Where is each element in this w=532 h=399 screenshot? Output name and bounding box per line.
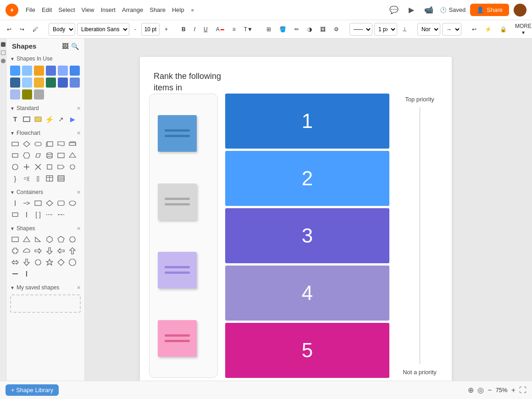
s-right-triangle[interactable] (33, 234, 43, 244)
nav-shapes-icon[interactable] (1, 42, 6, 47)
fc-doc-shape[interactable] (56, 139, 66, 149)
play-shape[interactable]: ▶ (67, 114, 78, 124)
color-dot-8[interactable] (34, 78, 44, 88)
fc-round-rect[interactable] (33, 139, 43, 149)
menu-edit[interactable]: Edit (42, 6, 52, 13)
video-icon[interactable]: 📹 (422, 4, 435, 17)
c-line[interactable] (10, 198, 20, 208)
color-dot-13[interactable] (22, 89, 32, 100)
standard-header[interactable]: ▼ Standard ✕ (6, 103, 84, 113)
fc-rect3[interactable] (56, 150, 66, 161)
arrow-shape[interactable]: ↗ (56, 114, 66, 124)
s-hexagon[interactable] (44, 234, 55, 244)
zoom-in-btn[interactable]: + (511, 386, 515, 394)
fc-parallelogram[interactable] (33, 150, 43, 161)
fc-tape[interactable] (67, 139, 78, 149)
color-dot-10[interactable] (58, 78, 68, 88)
fc-dbl-rect[interactable] (44, 139, 55, 149)
color-dot-4[interactable] (58, 66, 68, 76)
fc-chevron[interactable] (56, 162, 66, 172)
menu-select[interactable]: Select (58, 6, 75, 13)
my-saved-close[interactable]: ✕ (77, 285, 81, 291)
sticky-note-3[interactable] (158, 252, 197, 288)
sticky-note-1[interactable] (158, 115, 197, 152)
fc-diamond[interactable] (22, 139, 32, 149)
fc-square[interactable] (44, 162, 55, 172)
s-down-arrow2[interactable] (22, 257, 32, 267)
s-rect[interactable] (10, 234, 20, 244)
shapes-section-header[interactable]: ▼ Shapes ✕ (6, 223, 84, 233)
color-dot-6[interactable] (10, 78, 20, 88)
fit-btn[interactable]: ⛶ (519, 386, 526, 394)
line-color-btn[interactable]: ✏ (291, 23, 302, 36)
priority-bar-4[interactable]: 4 (225, 266, 389, 321)
shapes-icon[interactable]: ◎ (477, 386, 484, 394)
c-rect[interactable] (33, 198, 43, 208)
font-color-btn[interactable]: A▬ (213, 23, 227, 36)
s-circle[interactable] (67, 234, 78, 244)
s-octagon[interactable] (67, 257, 78, 267)
undo2-btn[interactable]: ↩ (469, 23, 480, 36)
fc-cylinder[interactable] (44, 150, 55, 161)
canvas-area[interactable]: Rank the following items in order of pri… (85, 39, 532, 381)
nav-search-icon[interactable] (1, 59, 6, 63)
layers-icon[interactable]: ⊕ (468, 386, 474, 394)
color-dot-1[interactable] (22, 66, 32, 76)
s-arrow-right[interactable] (33, 246, 43, 256)
priority-bar-1[interactable]: 1 (225, 94, 389, 149)
avatar[interactable] (514, 4, 526, 17)
s-cross[interactable] (10, 246, 20, 256)
align-btn[interactable]: ≡ (229, 23, 239, 36)
underline-btn[interactable]: U (200, 23, 211, 36)
my-saved-header[interactable]: ▼ My saved shapes ✕ (6, 283, 84, 293)
font-increase-btn[interactable]: + (161, 23, 171, 36)
play-icon[interactable]: ▶ (405, 4, 418, 17)
color-dot-2[interactable] (34, 66, 44, 76)
more-btn[interactable]: MORE ▾ (512, 23, 532, 36)
sticky-note-4[interactable] (158, 320, 197, 357)
fill-btn[interactable]: 🪣 (276, 23, 289, 36)
standard-close[interactable]: ✕ (77, 105, 81, 111)
color-dot-3[interactable] (46, 66, 56, 76)
fc-x[interactable] (33, 162, 43, 172)
fc-bracket[interactable]: [| (33, 173, 43, 183)
fc-triangle[interactable] (67, 150, 78, 161)
color-dot-12[interactable] (10, 89, 20, 100)
rect-shape[interactable] (22, 114, 32, 124)
menu-file[interactable]: File (26, 6, 35, 13)
color-dot-0[interactable] (10, 66, 20, 76)
image-btn[interactable]: 🖼 (317, 23, 329, 36)
c-dashes[interactable] (44, 210, 55, 220)
line-end-start-select[interactable]: None (417, 23, 440, 36)
line-start-select[interactable]: —— (349, 23, 372, 36)
s-triangle[interactable] (22, 234, 32, 244)
undo-btn[interactable]: ↩ (4, 23, 15, 36)
sidebar-image-icon[interactable]: 🖼 (62, 43, 68, 50)
fc-plus[interactable] (22, 162, 32, 172)
fc-table2[interactable] (56, 173, 66, 183)
sticky-note-2[interactable] (158, 183, 197, 220)
shapes-in-use-header[interactable]: ▼ Shapes In Use (6, 54, 84, 64)
color-dot-7[interactable] (22, 78, 32, 88)
s-up-arrow[interactable] (67, 246, 78, 256)
color-dot-9[interactable] (46, 78, 56, 88)
flowchart-header[interactable]: ▼ Flowchart ✕ (6, 128, 84, 138)
line-end-select[interactable]: → (442, 23, 461, 36)
yellow-rect-shape[interactable] (33, 114, 43, 124)
c-rrect[interactable] (56, 198, 66, 208)
s-pentagon[interactable] (56, 234, 66, 244)
font-select[interactable]: Liberation Sans (77, 23, 129, 36)
fc-circle[interactable] (10, 162, 20, 172)
lightning-shape[interactable]: ⚡ (44, 114, 55, 124)
waypoint-btn[interactable]: ⊥ (399, 23, 410, 36)
containers-close[interactable]: ✕ (77, 189, 81, 195)
share-button[interactable]: 👤 Share (470, 4, 509, 16)
s-down-arrow[interactable] (44, 246, 55, 256)
opacity-btn[interactable]: ◑ (304, 23, 315, 36)
fc-table1[interactable] (44, 173, 55, 183)
text-shape[interactable]: T (10, 114, 20, 124)
sidebar-search-icon[interactable]: 🔍 (71, 43, 79, 50)
style-select[interactable]: Body (49, 23, 75, 36)
comment-icon[interactable]: 💬 (388, 4, 400, 17)
line-px-select[interactable]: 1 px (374, 23, 397, 36)
